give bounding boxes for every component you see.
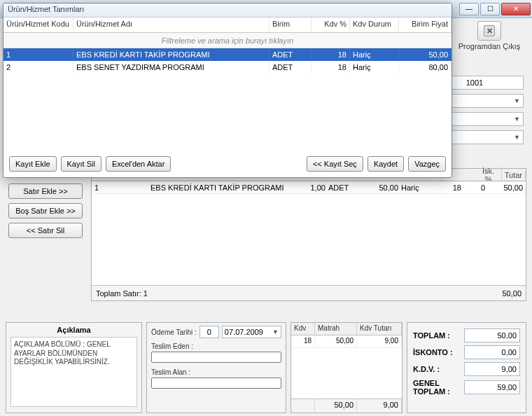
kdv-row: 18 50,00 9,00 — [291, 335, 402, 348]
toplam-label: TOPLAM : — [413, 331, 450, 340]
main-window: — ☐ ✕ ✕ Programdan Çıkış kında 7.2009▼ 9… — [0, 0, 532, 416]
chevron-down-icon: ▼ — [514, 97, 520, 104]
table-row[interactable]: 1 EBS KREDİ KARTI TAKİP PROGRAMI ADET 18… — [4, 48, 451, 61]
chevron-down-icon: ▼ — [514, 134, 520, 141]
aciklama-text[interactable]: AÇIKLAMA BÖLÜMÜ : GENEL AYARLAR BÖLÜMÜND… — [10, 337, 137, 407]
kdv-label: K.D.V. : — [413, 365, 440, 373]
add-empty-row-button[interactable]: Boş Satır Ekle >> — [8, 203, 83, 219]
iskonto-value[interactable] — [464, 345, 520, 359]
iskonto-label: İSKONTO : — [413, 348, 453, 356]
close-icon: ✕ — [484, 25, 495, 36]
payment-panel: Ödeme Tarihi : 07.07.2009▼ Teslim Eden :… — [146, 322, 286, 413]
genel-toplam-value[interactable] — [464, 380, 520, 394]
excel-import-button[interactable]: Excel'den Aktar — [106, 156, 171, 172]
table-row[interactable]: 2 EBS SENET YAZDIRMA PROGRAMI ADET 18 Ha… — [4, 61, 451, 74]
teslim-eden-label: Teslim Eden : — [151, 342, 281, 350]
modal-title: Ürün/Hizmet Tanımları — [4, 4, 451, 18]
modal-filter-row[interactable]: Filtreleme ve arama için burayı tıklayın — [4, 33, 451, 48]
totals-panel: TOPLAM : İSKONTO : K.D.V. : GENEL TOPLAM… — [407, 322, 526, 413]
teslim-eden-input[interactable] — [151, 352, 281, 363]
aciklama-panel: Açıklama AÇIKLAMA BÖLÜMÜ : GENEL AYARLAR… — [6, 322, 142, 413]
odeme-gun-input[interactable] — [200, 326, 219, 338]
exit-label: Programdan Çıkış — [456, 42, 522, 50]
add-row-button[interactable]: Satır Ekle >> — [8, 183, 83, 199]
delete-row-button[interactable]: << Satır Sil — [8, 223, 83, 238]
window-close[interactable]: ✕ — [501, 3, 531, 15]
genel-toplam-label: GENEL TOPLAM : — [413, 379, 464, 396]
window-maximize[interactable]: ☐ — [480, 3, 500, 15]
save-button[interactable]: Kaydet — [368, 156, 404, 172]
aciklama-title: Açıklama — [10, 326, 137, 334]
toplam-value[interactable] — [464, 328, 520, 342]
toolbar-exit-area: ✕ Programdan Çıkış — [451, 21, 528, 50]
odeme-tarih-combo[interactable]: 07.07.2009▼ — [222, 326, 281, 338]
chevron-down-icon: ▼ — [272, 328, 279, 335]
kdv-panel: Kdv Matrah Kdv Tutarı 18 50,00 9,00 50,0… — [290, 322, 402, 413]
record-add-button[interactable]: Kayıt Ekle — [9, 156, 57, 172]
table-row[interactable]: 1 EBS KREDİ KARTI TAKİP PROGRAMI 1,00 AD… — [92, 181, 526, 194]
modal-grid[interactable]: Ürün/Hizmet Kodu Ürün/Hizmet Adı Birim K… — [4, 18, 451, 144]
line-grid-footer: Toplam Satır: 1 50,00 — [92, 285, 526, 300]
exit-button[interactable]: ✕ — [477, 21, 501, 41]
odeme-tarihi-label: Ödeme Tarihi : — [151, 328, 197, 336]
total-rows-label: Toplam Satır: 1 — [96, 289, 148, 298]
record-delete-button[interactable]: Kayıt Sil — [61, 156, 102, 172]
window-minimize[interactable]: — — [459, 3, 479, 15]
cancel-button[interactable]: Vazgeç — [408, 156, 446, 172]
teslim-alan-label: Teslim Alan : — [151, 368, 281, 376]
total-rows-amount: 50,00 — [502, 289, 522, 298]
product-definitions-modal: Ürün/Hizmet Tanımları Ürün/Hizmet Kodu Ü… — [3, 3, 452, 178]
line-grid[interactable]: 1 EBS KREDİ KARTI TAKİP PROGRAMI 1,00 AD… — [91, 181, 526, 301]
record-select-button[interactable]: << Kayıt Seç — [307, 156, 363, 172]
chevron-down-icon: ▼ — [514, 116, 520, 123]
modal-grid-header: Ürün/Hizmet Kodu Ürün/Hizmet Adı Birim K… — [4, 18, 451, 33]
teslim-alan-input[interactable] — [151, 377, 281, 389]
kdv-value[interactable] — [464, 362, 520, 376]
